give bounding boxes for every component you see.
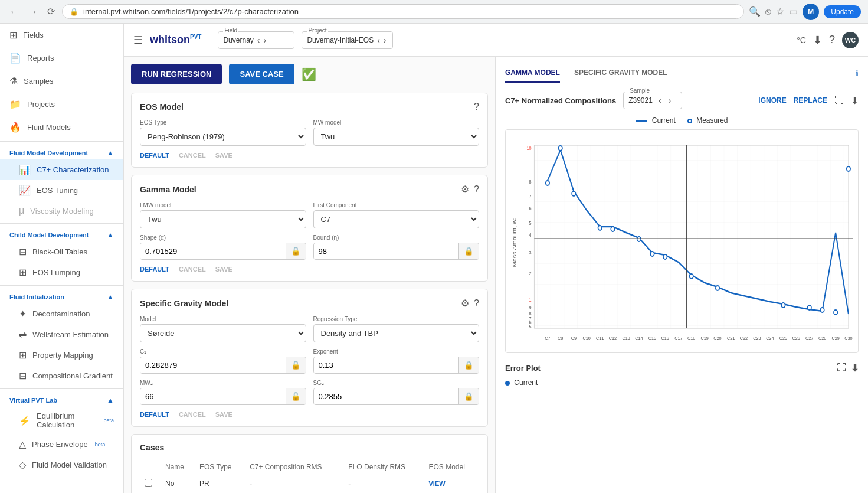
sidebar-item-property-mapping[interactable]: ⊞ Property Mapping	[0, 345, 123, 365]
gamma-cancel-btn[interactable]: CANCEL	[179, 266, 206, 273]
eos-help-icon[interactable]: ?	[474, 102, 479, 112]
field-next[interactable]: ›	[262, 34, 267, 46]
search-icon[interactable]: 🔍	[749, 6, 761, 17]
gamma-settings-icon[interactable]: ⚙	[461, 184, 469, 195]
row-c7-rms: -	[245, 475, 343, 492]
regression-type-select[interactable]: Density and TBP	[313, 324, 480, 342]
project-prev[interactable]: ‹	[376, 34, 381, 46]
exponent-input[interactable]	[314, 357, 459, 373]
save-case-button[interactable]: SAVE CASE	[229, 64, 294, 84]
gamma-save-btn[interactable]: SAVE	[215, 266, 232, 273]
gamma-model-header: Gamma Model ⚙ ?	[140, 184, 479, 195]
section-fluid-model-development[interactable]: Fluid Model Development ▲	[0, 144, 123, 159]
error-plot-download-icon[interactable]: ⬇	[851, 363, 859, 374]
first-component-select[interactable]: C7	[313, 210, 480, 228]
temp-unit-toggle[interactable]: °C	[797, 35, 806, 45]
sidebar-item-samples[interactable]: ⚗ Samples	[0, 70, 123, 93]
x-c27: C27	[805, 335, 814, 341]
field-selector[interactable]: Field Duvernay ‹ ›	[218, 31, 294, 49]
tab-specific-gravity-model[interactable]: SPECIFIC GRAVITY MODEL	[574, 64, 667, 83]
mw-model-select[interactable]: Twu	[313, 128, 480, 146]
chart-download-icon[interactable]: ⬇	[851, 95, 859, 106]
sidebar-item-c7-characterization[interactable]: 📊 C7+ Characterization	[0, 159, 123, 180]
sidebar-item-fluid-models[interactable]: 🔥 Fluid Models	[0, 116, 123, 139]
sg2-lock-btn[interactable]: 🔒	[458, 388, 479, 404]
row-view-btn[interactable]: VIEW	[429, 480, 446, 487]
cases-table-header: Name EOS Type C7+ Composition RMS FLO De…	[140, 459, 479, 475]
chart-expand-icon[interactable]: ⛶	[834, 95, 844, 106]
menu-toggle[interactable]: ☰	[133, 34, 143, 47]
sidebar-item-compositional-gradient[interactable]: ⊟ Compositional Gradient	[0, 365, 123, 386]
ignore-btn[interactable]: IGNORE	[758, 95, 786, 106]
sidebar-item-reports[interactable]: 📄 Reports	[0, 47, 123, 70]
sidebar-item-eos-tuning[interactable]: 📈 EOS Tuning	[0, 180, 123, 201]
download-icon[interactable]: ⬇	[813, 34, 822, 47]
sg-save-btn[interactable]: SAVE	[215, 411, 232, 418]
sample-prev[interactable]: ‹	[657, 94, 663, 106]
reload-button[interactable]: ⟳	[45, 4, 57, 19]
sidebar-item-decontamination[interactable]: ✦ Decontamination	[0, 303, 123, 324]
section-virtual-pvt-lab[interactable]: Virtual PVT Lab ▲	[0, 391, 123, 407]
mw2-lock-btn[interactable]: 🔓	[286, 388, 306, 404]
sidebar-item-phase-envelope[interactable]: △ Phase Envelope beta	[0, 434, 123, 455]
sg-help-icon[interactable]: ?	[474, 298, 479, 309]
sidebar-toggle-icon[interactable]: ▭	[789, 6, 798, 17]
exponent-lock-btn[interactable]: 🔒	[458, 357, 479, 373]
section-child-model-development[interactable]: Child Model Development ▲	[0, 226, 123, 241]
chart-grid	[534, 145, 849, 328]
sidebar-item-eos-lumping[interactable]: ⊞ EOS Lumping	[0, 262, 123, 283]
project-selector[interactable]: Project Duvernay-Initial-EOS ‹ ›	[302, 31, 392, 49]
lmw-model-group: LMW model Twu	[140, 202, 306, 228]
x-c18: C18	[687, 335, 696, 341]
update-button[interactable]: Update	[824, 5, 861, 18]
c1-lock-btn[interactable]: 🔓	[286, 357, 306, 373]
sg-cancel-btn[interactable]: CANCEL	[179, 411, 206, 418]
run-regression-button[interactable]: RUN REGRESSION	[131, 64, 222, 84]
bookmark-icon[interactable]: ☆	[776, 6, 784, 17]
field-prev[interactable]: ‹	[256, 34, 261, 46]
wellstream-icon: ⇌	[19, 329, 27, 340]
exponent-input-group: 🔒	[313, 357, 480, 374]
sg-model-select[interactable]: Søreide	[140, 324, 306, 342]
c1-input[interactable]	[140, 357, 286, 373]
lmw-model-select[interactable]: Twu	[140, 210, 306, 228]
shape-lock-btn[interactable]: 🔓	[286, 243, 306, 259]
samples-icon: ⚗	[9, 76, 18, 87]
legend-measured: Measured	[687, 116, 728, 125]
sidebar-item-wellstream-estimation[interactable]: ⇌ Wellstream Estimation	[0, 324, 123, 345]
sample-selector[interactable]: Sample Z39021 ‹ ›	[623, 92, 682, 109]
measured-c14	[637, 237, 641, 241]
eos-save-btn[interactable]: SAVE	[215, 152, 232, 159]
row-checkbox[interactable]	[145, 479, 152, 487]
bound-input[interactable]	[314, 243, 459, 259]
sg-settings-icon[interactable]: ⚙	[461, 298, 469, 309]
eos-type-select[interactable]: Peng-Robinson (1979)	[140, 128, 306, 146]
sidebar-item-black-oil-tables[interactable]: ⊟ Black-Oil Tables	[0, 241, 123, 262]
browser-actions: 🔍 ⎋ ☆ ▭ M Update	[749, 4, 861, 20]
sidebar-item-fields[interactable]: ⊞ Fields	[0, 24, 123, 47]
replace-btn[interactable]: REPLACE	[794, 95, 827, 106]
sidebar-item-equilibrium-calculation[interactable]: ⚡ Equilibrium Calculation beta	[0, 407, 123, 434]
gamma-help-icon[interactable]: ?	[474, 184, 479, 195]
section-fluid-initialization[interactable]: Fluid Initialization ▲	[0, 288, 123, 303]
tab-info-icon[interactable]: ℹ	[856, 69, 859, 78]
gamma-default-btn[interactable]: DEFAULT	[140, 266, 169, 273]
forward-button[interactable]: →	[26, 4, 40, 19]
eos-cancel-btn[interactable]: CANCEL	[179, 152, 206, 159]
error-plot-expand-icon[interactable]: ⛶	[837, 363, 846, 374]
eos-default-btn[interactable]: DEFAULT	[140, 152, 169, 159]
sg2-input[interactable]	[314, 388, 459, 404]
back-button[interactable]: ←	[7, 4, 21, 19]
project-next[interactable]: ›	[382, 34, 388, 46]
c1-input-group: 🔓	[140, 357, 306, 374]
sample-next[interactable]: ›	[667, 94, 673, 106]
sg-default-btn[interactable]: DEFAULT	[140, 411, 169, 418]
sidebar-item-fluid-model-validation[interactable]: ◇ Fluid Model Validation	[0, 455, 123, 475]
mw2-input[interactable]	[140, 388, 286, 404]
shape-input[interactable]	[140, 243, 286, 259]
bound-lock-btn[interactable]: 🔒	[458, 243, 479, 259]
sidebar-item-projects[interactable]: 📁 Projects	[0, 93, 123, 116]
help-icon[interactable]: ?	[829, 34, 835, 46]
share-icon[interactable]: ⎋	[765, 6, 771, 17]
tab-gamma-model[interactable]: GAMMA MODEL	[505, 64, 560, 83]
